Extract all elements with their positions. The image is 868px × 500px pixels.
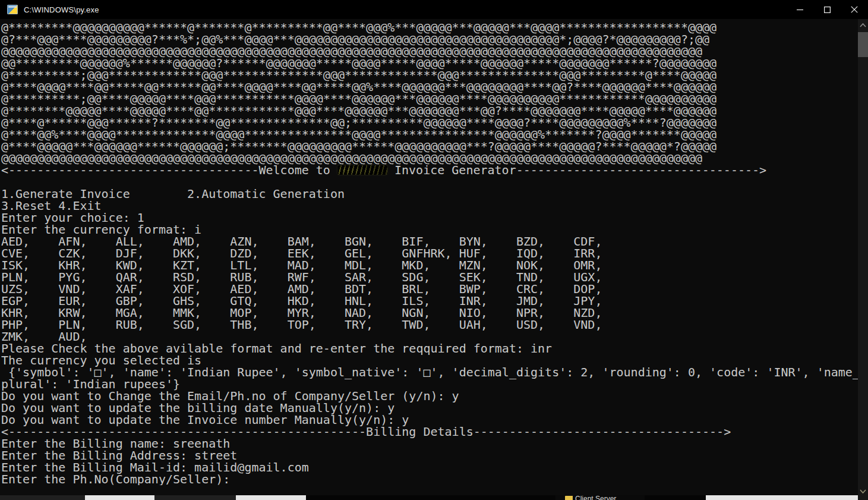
currency-row: ZMK, AUD,	[1, 331, 858, 342]
taskbar-item[interactable]	[154, 495, 236, 500]
minimize-button[interactable]	[786, 0, 813, 19]
console-line	[1, 176, 858, 188]
menu-options-2: 3.Reset 4.Exit	[1, 200, 858, 212]
billing-details-banner: <---------------------------------------…	[1, 426, 858, 438]
currency-row: EGP, EUR, GBP, GHS, GTQ, HKD, HNL, ILS, …	[1, 295, 858, 307]
currency-row: PLN, PYG, QAR, RSD, RUB, RWF, SAR, SDG, …	[1, 271, 858, 283]
currency-dict-line1: {'symbol': '□', 'name': 'Indian Rupee', …	[1, 366, 858, 378]
ascii-art-line: @****@@@@****@@*****@@******@@****@@@@**…	[1, 81, 858, 93]
folder-icon	[565, 496, 572, 500]
banner-left: <-----------------------------------Welc…	[1, 163, 337, 177]
scroll-up-button[interactable]	[858, 20, 868, 30]
ascii-art-line: @**********;@@@*************@@@*********…	[1, 69, 858, 81]
ascii-art-line: @**********;@@****@@@@@****@@@**********…	[1, 93, 858, 105]
billing-name-prompt: Enter the Billing name: sreenath	[1, 438, 858, 449]
taskbar-peek-strip: Client Server	[0, 495, 868, 500]
scroll-down-button[interactable]	[858, 486, 868, 496]
ascii-art-line: @****@******@@@******?********@@********…	[1, 117, 858, 128]
folder-peek-item[interactable]: Client Server	[555, 495, 645, 500]
ascii-art-line: @********@@@@@****@@@@@****@@***********…	[1, 105, 858, 117]
console-output: @*********@@@@@@@@@@******@*******@*****…	[1, 21, 858, 485]
console-window: C:\WINDOWS\py.exe @*********@@@@@@@@	[0, 0, 868, 500]
ascii-art-line: @*********@@@@@@@@@@******@*******@*****…	[1, 21, 858, 33]
window-controls	[786, 0, 868, 19]
ascii-art-line: @****@@@@@***@@@@@@******@@@@@@;********…	[1, 140, 858, 152]
taskbar-item[interactable]	[0, 495, 85, 500]
currency-row: UZS, VND, XAF, XOF, AED, AMD, BDT, BRL, …	[1, 283, 858, 295]
currency-row: AED, AFN, ALL, AMD, AZN, BAM, BGN, BIF, …	[1, 235, 858, 247]
phone-prompt: Enter the Ph.No(Company/Seller):	[1, 473, 858, 485]
currency-row: PHP, PLN, RUB, SGD, THB, TOP, TRY, TWD, …	[1, 319, 858, 331]
minimize-icon	[797, 7, 803, 13]
currency-row: CVE, CZK, DJF, DKK, DZD, EEK, GEL, GNFHR…	[1, 247, 858, 259]
folder-peek-label: Client Server	[575, 495, 616, 500]
billing-address-prompt: Enter the Billing Address: street	[1, 449, 858, 461]
ascii-art-line: @?***@@@****@@@@@@@@@?***%*;@@%***@@@@**…	[1, 33, 858, 45]
ascii-art-line: @****@@%****@@@@**************@@@@******…	[1, 128, 858, 140]
console-area[interactable]: @*********@@@@@@@@@@******@*******@*****…	[0, 19, 868, 500]
chevron-down-icon	[860, 489, 866, 493]
currency-row: ISK, KHR, KWD, KZT, LTL, MAD, MDL, MKD, …	[1, 259, 858, 271]
maximize-button[interactable]	[813, 0, 841, 19]
menu-options: 1.Generate Invoice 2.Automatic Generatio…	[1, 188, 858, 200]
close-button[interactable]	[841, 0, 868, 19]
taskbar-item[interactable]	[236, 495, 306, 500]
billing-date-prompt: Do you want to update the billing date M…	[1, 402, 858, 414]
taskbar-item[interactable]	[706, 495, 868, 500]
title-bar[interactable]: C:\WINDOWS\py.exe	[0, 0, 868, 19]
currency-row: KHR, KRW, MGA, MMK, MOP, MYR, NAD, NGN, …	[1, 307, 858, 319]
vertical-scrollbar[interactable]	[858, 19, 868, 500]
chevron-up-icon	[860, 23, 866, 27]
ascii-art-line: @@@@@@@@@@@@@@@@@@@@@@@@@@@@@@@@@@@@@@@@…	[1, 45, 858, 57]
scrollbar-thumb[interactable]	[858, 32, 868, 57]
currency-selected-label: The currency you selected is	[1, 354, 858, 366]
invoice-number-prompt: Do you want to update the Invoice number…	[1, 414, 858, 426]
taskbar-item[interactable]	[85, 495, 154, 500]
change-email-prompt: Do you want to Change the Email/Ph.no of…	[1, 390, 858, 402]
maximize-icon	[824, 7, 831, 13]
reenter-format-prompt: Please Check the above avilable format a…	[1, 342, 858, 354]
window-title: C:\WINDOWS\py.exe	[24, 5, 99, 14]
ascii-art-line: @@*********@@@@@@%******@@@@@@?******@@@…	[1, 57, 858, 69]
welcome-banner: <-----------------------------------Welc…	[1, 164, 858, 176]
billing-mail-prompt: Enter the Billing Mail-id: mailid@gmail.…	[1, 461, 858, 473]
redacted-name	[337, 165, 387, 175]
close-icon	[851, 6, 858, 13]
choice-prompt: Enter your choice: 1	[1, 212, 858, 224]
currency-format-prompt: Enter the currency format: i	[1, 224, 858, 235]
ascii-art-line: @@@@@@@@@@@@@@@@@@@@@@@@@@@@@@@@@@@@@@@@…	[1, 152, 858, 164]
py-app-icon[interactable]	[7, 5, 18, 14]
currency-dict-line2: plural': 'Indian rupees'}	[1, 378, 858, 390]
banner-right: Invoice Generator-----------------------…	[387, 163, 766, 177]
